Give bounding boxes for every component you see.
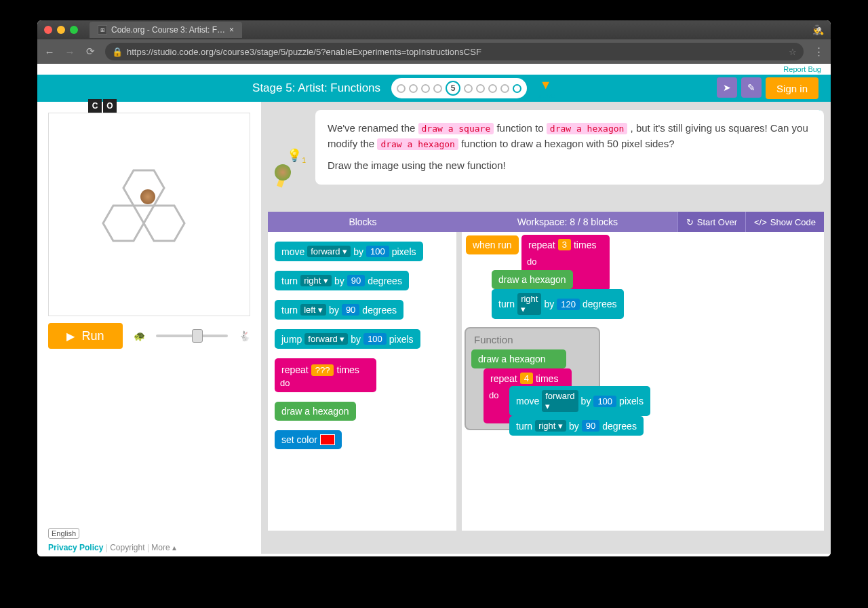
menu-icon[interactable]: ⋮ (813, 45, 824, 58)
hint-bulb-icon[interactable]: 💡1 (287, 148, 306, 164)
url-input[interactable]: 🔒 https://studio.code.org/s/course3/stag… (105, 43, 804, 60)
more-arrow[interactable]: ▼MORE (536, 78, 555, 99)
bubble[interactable] (513, 84, 521, 93)
workspace-area[interactable]: when run repeat3times do draw a hexagon … (462, 232, 824, 531)
tab-title: Code.org - Course 3: Artist: F… (111, 25, 225, 35)
header-bar: Stage 5: Artist: Functions 5 ▼MORE ➤ ✎ S… (37, 75, 831, 102)
bubble-current[interactable]: 5 (446, 81, 460, 96)
sign-in-button[interactable]: Sign in (766, 77, 818, 99)
svg-marker-1 (103, 206, 144, 241)
block-draw-hexagon[interactable]: draw a hexagon (275, 402, 356, 421)
titlebar: ⊞ Code.org - Course 3: Artist: F… × 🕵 (37, 20, 831, 39)
svg-marker-2 (144, 206, 184, 241)
block-turn-fn[interactable]: turnright ▾by90degrees (509, 416, 644, 436)
block-move[interactable]: moveforward ▾by100pixels (275, 242, 423, 261)
bubble[interactable] (464, 84, 473, 93)
instructions-box: We've renamed the draw a square function… (315, 110, 824, 185)
maximize-window-icon[interactable] (70, 26, 78, 34)
more-label: MORE (536, 92, 555, 99)
bubble[interactable] (421, 84, 430, 93)
rabbit-icon: 🐇 (239, 330, 250, 341)
url-text: https://studio.code.org/s/course3/stage/… (127, 47, 481, 57)
function-name: draw a hexagon (547, 123, 628, 134)
block-repeat[interactable]: repeat???times do (275, 358, 376, 392)
pencil-icon[interactable]: ✎ (741, 77, 762, 98)
incognito-icon: 🕵 (812, 24, 824, 35)
start-over-button[interactable]: ↻ Start Over (677, 212, 745, 232)
block-turn-right[interactable]: turnright ▾by90degrees (275, 271, 409, 290)
left-panel: Run 🐢 🐇 English Privacy Policy | Copyrig… (37, 102, 261, 554)
bubble[interactable] (488, 84, 497, 93)
bubble[interactable] (397, 84, 406, 93)
reload-icon[interactable]: ⟳ (85, 45, 96, 58)
stage-title: Stage 5: Artist: Functions (252, 81, 380, 95)
hexagon-preview (98, 164, 200, 265)
workspace-counter: Workspace: 8 / 8 blocks (458, 216, 677, 227)
bubble[interactable] (409, 84, 418, 93)
browser-window: ⊞ Code.org - Course 3: Artist: F… × 🕵 ← … (37, 20, 831, 556)
progress-bubbles[interactable]: 5 (391, 78, 527, 98)
footer-more[interactable]: More ▴ (151, 543, 176, 552)
function-name: draw a square (418, 123, 494, 134)
bubble[interactable] (476, 84, 485, 93)
bookmark-star-icon[interactable]: ☆ (789, 47, 797, 57)
block-move-fn[interactable]: moveforward ▾by100pixels (509, 386, 650, 416)
block-fn-name[interactable]: draw a hexagon (471, 349, 566, 368)
right-panel: More 💡1 We've renamed the draw a square … (261, 102, 831, 554)
workspace-header: Blocks Workspace: 8 / 8 blocks ↻ Start O… (268, 212, 824, 232)
page-content: Report Bug Stage 5: Artist: Functions 5 … (37, 64, 831, 556)
block-set-color[interactable]: set color (275, 430, 342, 449)
lock-icon: 🔒 (112, 47, 123, 57)
block-draw-hexagon-ws[interactable]: draw a hexagon (492, 270, 573, 289)
browser-tab[interactable]: ⊞ Code.org - Course 3: Artist: F… × (90, 22, 242, 38)
function-label: Function (471, 334, 593, 345)
block-turn-ws[interactable]: turnright ▾by120degrees (492, 289, 624, 319)
bubble[interactable] (433, 84, 442, 93)
show-code-button[interactable]: </> Show Code (745, 212, 824, 232)
url-bar: ← → ⟳ 🔒 https://studio.code.org/s/course… (37, 39, 831, 64)
report-bug-link[interactable]: Report Bug (783, 65, 821, 73)
artist-sprite (140, 189, 155, 204)
rocket-icon[interactable]: ➤ (717, 77, 737, 98)
block-when-run[interactable]: when run (466, 235, 519, 254)
function-name: draw a hexagon (377, 138, 458, 150)
speed-slider[interactable] (156, 329, 228, 343)
artist-avatar: 💡1 (268, 151, 309, 205)
function-definition-box[interactable]: Function draw a hexagon repeat4times do … (465, 327, 600, 430)
blocks-header: Blocks (268, 216, 458, 227)
block-turn-left[interactable]: turnleft ▾by90degrees (275, 300, 403, 320)
copyright-link[interactable]: Copyright (110, 543, 144, 552)
block-palette: moveforward ▾by100pixels turnright ▾by90… (268, 232, 462, 531)
language-select[interactable]: English (48, 528, 79, 539)
privacy-link[interactable]: Privacy Policy (48, 543, 103, 552)
favicon-icon: ⊞ (98, 25, 107, 35)
back-icon[interactable]: ← (44, 46, 55, 58)
bubble[interactable] (500, 84, 509, 93)
drawing-canvas (48, 113, 250, 316)
minimize-window-icon[interactable] (57, 26, 65, 34)
close-tab-icon[interactable]: × (229, 25, 234, 35)
forward-icon[interactable]: → (64, 46, 75, 58)
footer: English Privacy Policy | Copyright | Mor… (48, 528, 176, 552)
block-jump[interactable]: jumpforward ▾by100pixels (275, 329, 420, 349)
turtle-icon: 🐢 (134, 330, 145, 341)
run-button[interactable]: Run (48, 323, 123, 349)
close-window-icon[interactable] (44, 26, 52, 34)
